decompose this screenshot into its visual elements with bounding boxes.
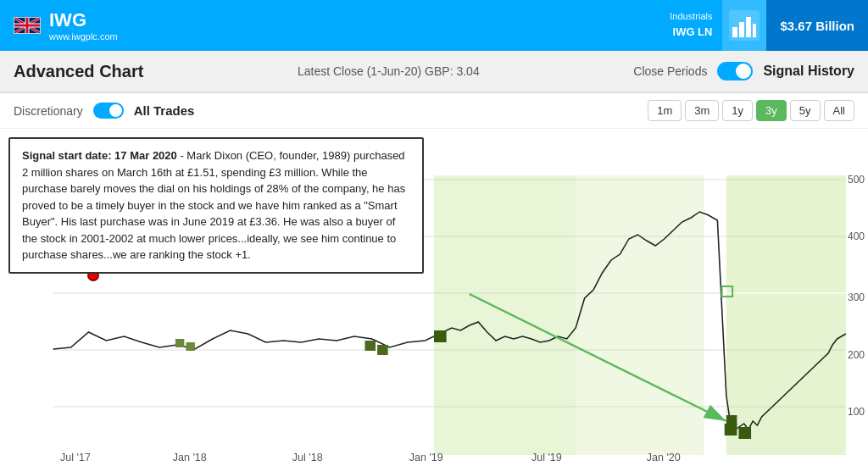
- market-cap-block: $3.67 Billion: [766, 0, 868, 51]
- svg-rect-5: [753, 24, 756, 37]
- header-right: Industrials IWG LN $3.67 Billion: [659, 0, 868, 51]
- svg-text:Jul '17: Jul '17: [60, 452, 91, 463]
- svg-rect-20: [738, 427, 751, 439]
- sector-label: Industrials: [670, 9, 712, 25]
- market-cap-value: $3.67 Billion: [780, 19, 854, 33]
- svg-rect-19: [725, 424, 737, 435]
- svg-rect-2: [732, 27, 737, 37]
- main-toolbar: Advanced Chart Latest Close (1-Jun-20) G…: [0, 51, 868, 93]
- btn-1m[interactable]: 1m: [648, 100, 682, 121]
- btn-1y[interactable]: 1y: [722, 100, 753, 121]
- signal-history-label: Signal History: [763, 64, 854, 79]
- svg-text:Jul '18: Jul '18: [292, 452, 323, 463]
- discretionary-toggle[interactable]: [93, 103, 124, 119]
- close-periods-toggle[interactable]: [717, 62, 753, 80]
- logo-text-block: IWG www.iwgplc.com: [49, 9, 118, 42]
- svg-rect-3: [739, 22, 744, 37]
- chart-area: 500 400 300 200 100: [0, 129, 868, 466]
- header: IWG www.iwgplc.com Industrials IWG LN $3…: [0, 0, 868, 51]
- logo-text: IWG: [49, 9, 118, 31]
- tooltip-body: - Mark Dixon (CEO, founder, 1989) purcha…: [22, 149, 405, 261]
- header-logo-block: IWG www.iwgplc.com: [0, 0, 131, 51]
- svg-text:Jan '19: Jan '19: [409, 452, 443, 463]
- sector-block: Industrials IWG LN: [659, 9, 722, 42]
- disc-toggle-knob: [109, 104, 122, 117]
- svg-rect-18: [434, 330, 447, 342]
- svg-text:Jan '20: Jan '20: [647, 452, 681, 463]
- ticker-label: IWG LN: [673, 24, 713, 42]
- svg-rect-4: [746, 17, 751, 37]
- svg-rect-16: [364, 341, 376, 351]
- svg-rect-11: [434, 175, 576, 455]
- svg-rect-14: [175, 339, 184, 347]
- svg-rect-17: [377, 345, 388, 355]
- close-periods-label: Close Periods: [633, 64, 707, 78]
- svg-text:Jul '19: Jul '19: [531, 452, 562, 463]
- chart-toolbar: Discretionary All Trades 1m 3m 1y 3y 5y …: [0, 93, 868, 129]
- svg-text:Jan '18: Jan '18: [173, 452, 207, 463]
- svg-rect-15: [186, 342, 194, 351]
- toggle-knob: [736, 64, 751, 79]
- toolbar-right: Close Periods Signal History: [633, 62, 854, 80]
- svg-rect-12: [576, 175, 704, 455]
- time-period-buttons: 1m 3m 1y 3y 5y All: [648, 100, 854, 121]
- page-title: Advanced Chart: [14, 62, 143, 81]
- btn-3m[interactable]: 3m: [685, 100, 719, 121]
- svg-rect-13: [726, 175, 846, 455]
- latest-close-label: Latest Close (1-Jun-20) GBP: 3.04: [169, 64, 608, 78]
- btn-3y[interactable]: 3y: [756, 100, 787, 121]
- tooltip-date-label: Signal start date: 17 Mar 2020: [22, 149, 177, 162]
- uk-flag-icon: [14, 17, 41, 34]
- all-trades-label: All Trades: [134, 103, 195, 118]
- discretionary-label: Discretionary: [14, 104, 83, 118]
- btn-5y[interactable]: 5y: [790, 100, 821, 121]
- industry-icon: [722, 0, 766, 51]
- header-url: www.iwgplc.com: [49, 31, 118, 42]
- signal-tooltip: Signal start date: 17 Mar 2020 - Mark Di…: [8, 137, 424, 274]
- svg-rect-21: [726, 415, 737, 425]
- btn-all[interactable]: All: [824, 100, 854, 121]
